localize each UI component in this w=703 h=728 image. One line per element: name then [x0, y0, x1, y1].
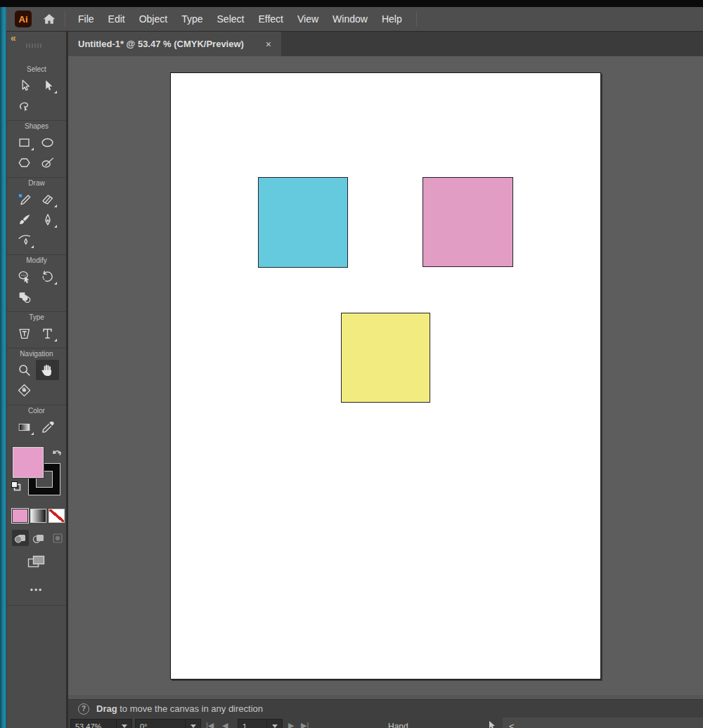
first-artboard-button[interactable]: |◀: [206, 721, 214, 728]
hand-icon: [40, 363, 56, 378]
chevron-down-icon[interactable]: [266, 720, 282, 728]
section-label-color: Color: [7, 407, 66, 415]
pink-square[interactable]: [423, 177, 513, 267]
yellow-square[interactable]: [341, 313, 430, 403]
pen-tool[interactable]: [36, 209, 59, 230]
curvature-tool[interactable]: [13, 230, 36, 250]
lasso-tool[interactable]: [13, 96, 36, 116]
artboard-number-select[interactable]: 1: [238, 719, 283, 728]
menu-help[interactable]: Help: [375, 7, 409, 32]
hand-tool[interactable]: [36, 360, 59, 380]
fill-color-swatch[interactable]: [13, 447, 44, 478]
draw-normal-button[interactable]: [12, 530, 29, 546]
default-fill-stroke-icon[interactable]: [11, 481, 22, 492]
menu-object[interactable]: Object: [132, 7, 174, 32]
next-artboard-button[interactable]: ▶: [288, 721, 294, 728]
canvas-area[interactable]: [68, 56, 703, 695]
taskbar-edge-strip: [0, 7, 6, 728]
menu-view[interactable]: View: [290, 7, 325, 32]
section-label-type: Type: [7, 313, 66, 321]
draw-inside-icon: [51, 533, 64, 544]
document-tabbar: Untitled-1* @ 53.47 % (CMYK/Preview) ×: [68, 32, 703, 56]
menu-select[interactable]: Select: [210, 7, 252, 32]
status-hint: Drag to move the canvas in any direction: [96, 703, 263, 714]
ellipse-tool[interactable]: [36, 132, 59, 152]
collapse-panel-icon[interactable]: «: [11, 32, 16, 44]
polygon-tool[interactable]: [13, 152, 36, 173]
rectangle-tool[interactable]: [13, 132, 36, 152]
menu-type[interactable]: Type: [174, 7, 209, 32]
draw-behind-button[interactable]: [30, 530, 47, 546]
rectangle-icon: [17, 135, 32, 150]
section-label-draw: Draw: [7, 179, 66, 187]
rotation-value: 0°: [136, 720, 185, 728]
eraser-tool[interactable]: [36, 189, 59, 209]
touch-type-tool[interactable]: [13, 323, 36, 344]
zoom-icon: [17, 363, 32, 378]
section-label-navigation: Navigation: [7, 350, 66, 358]
document-tab[interactable]: Untitled-1* @ 53.47 % (CMYK/Preview) ×: [68, 32, 281, 56]
none-button[interactable]: [49, 509, 65, 523]
rotate-view-icon: [17, 383, 32, 398]
transform-icon: [17, 269, 32, 285]
section-label-select: Select: [7, 65, 66, 73]
chevron-down-icon[interactable]: [116, 720, 131, 728]
tab-close-icon[interactable]: ×: [266, 39, 271, 49]
shaper-icon: [40, 155, 56, 171]
eraser-icon: [40, 192, 56, 207]
draw-normal-icon: [14, 533, 27, 544]
rotate-tool[interactable]: [36, 266, 59, 287]
chevron-down-icon[interactable]: [185, 720, 200, 728]
pencil-tool[interactable]: [13, 189, 36, 209]
home-icon: [42, 12, 56, 26]
color-kind-row: [7, 509, 66, 523]
menu-file[interactable]: File: [71, 7, 101, 32]
rotate-view-tool[interactable]: [13, 380, 36, 401]
swap-fill-stroke-icon[interactable]: [51, 447, 63, 458]
cyan-square[interactable]: [258, 177, 348, 268]
rotate-icon: [40, 269, 56, 285]
draw-inside-button[interactable]: [49, 530, 66, 546]
transform-tool[interactable]: [13, 266, 36, 287]
eyedropper-icon: [40, 420, 56, 435]
zoom-level-select[interactable]: 53.47%: [70, 719, 132, 728]
illustrator-logo[interactable]: Ai: [15, 11, 32, 27]
help-icon: ?: [78, 703, 89, 715]
ellipse-icon: [40, 135, 56, 150]
section-divider: [7, 177, 66, 178]
section-divider: [7, 120, 66, 121]
last-artboard-button[interactable]: ▶|: [301, 721, 309, 728]
menu-edit[interactable]: Edit: [101, 7, 132, 32]
type-tool[interactable]: [36, 323, 59, 344]
panel-drag-grip[interactable]: [26, 44, 43, 48]
edit-toolbar-button[interactable]: •••: [7, 585, 66, 595]
menubar-divider: [416, 11, 417, 27]
artboard-tool[interactable]: [7, 553, 66, 570]
shape-builder-tool[interactable]: [13, 287, 36, 307]
previous-artboard-button[interactable]: ◀: [222, 721, 228, 728]
menu-effect[interactable]: Effect: [251, 7, 290, 32]
gradient-button[interactable]: [30, 509, 46, 523]
artboard[interactable]: [170, 72, 601, 680]
touch-type-icon: [17, 326, 32, 342]
menu-window[interactable]: Window: [325, 7, 375, 32]
dock-collapse-icon[interactable]: <: [509, 721, 515, 728]
curvature-icon: [17, 233, 32, 248]
section-label-shapes: Shapes: [7, 122, 66, 130]
menubar: Ai File Edit Object Type Select Effect V…: [6, 7, 703, 32]
zoom-level-value: 53.47%: [71, 720, 116, 728]
shaper-tool[interactable]: [36, 152, 59, 173]
selection-tool[interactable]: [36, 75, 59, 96]
pen-icon: [40, 212, 56, 228]
home-button[interactable]: [41, 11, 58, 27]
zoom-tool[interactable]: [13, 360, 36, 380]
drawing-modes-row: [7, 530, 66, 546]
selection-icon: [40, 78, 56, 93]
direct-selection-tool[interactable]: [13, 75, 36, 96]
draw-behind-icon: [32, 533, 45, 544]
color-button[interactable]: [12, 509, 28, 523]
eyedropper-tool[interactable]: [36, 417, 59, 437]
rotation-select[interactable]: 0°: [135, 719, 201, 728]
paintbrush-tool[interactable]: [13, 209, 36, 230]
gradient-tool[interactable]: [13, 417, 36, 437]
